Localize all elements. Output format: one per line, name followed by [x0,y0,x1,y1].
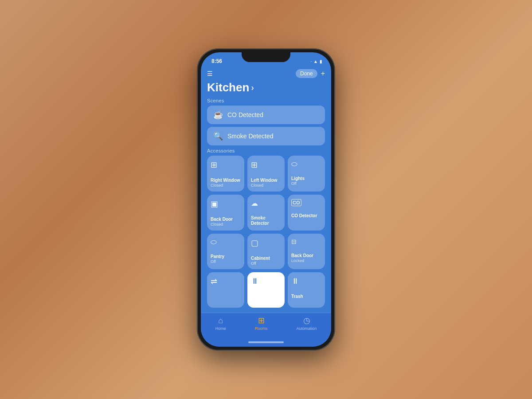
acc-status: Off [211,259,216,264]
lock-icon: ⊟ [291,238,297,245]
smoke-icon: ☁ [251,199,258,207]
cabinet-icon: ▢ [251,238,258,248]
tile-smoke-detector[interactable]: ☁ Smoke Detector [247,195,285,231]
scenes-label: Scenes [207,98,325,103]
header-right: Done + [296,69,325,78]
menu-icon[interactable]: ☰ [207,70,213,77]
room-name: Kitchen [207,81,249,94]
automation-icon: ◷ [303,316,310,325]
swap-icon: ⇌ [211,277,217,286]
rooms-label: Rooms [255,326,268,331]
home-icon: ⌂ [218,316,223,325]
chevron-right-icon: › [251,82,254,93]
notch [242,52,290,62]
home-indicator [201,338,331,347]
acc-name: Right Window [211,178,240,183]
co-icon: CO [291,199,301,206]
tile-back-door-locked[interactable]: ⊟ Back Door Locked [288,234,325,270]
nav-home[interactable]: ⌂ Home [215,316,226,331]
co-detected-icon: ☕ [213,110,223,120]
home-bar [248,341,284,343]
tile-item11[interactable]: ⏸ [247,272,285,308]
tile-item10[interactable]: ⇌ [207,272,244,308]
acc-status: Off [251,261,256,266]
header-left: ☰ [207,70,213,77]
wifi-icon: ▲ [313,59,318,64]
battery-icon: ▮ [320,59,322,64]
left-window-icon: ⊞ [251,160,258,170]
acc-name: CO Detector [291,213,317,219]
lights-icon: ⬭ [291,160,297,168]
header-row: ☰ Done + [207,66,325,79]
status-time: 8:56 [210,58,222,64]
acc-status: Locked [291,258,304,263]
nav-rooms[interactable]: ⊞ Rooms [255,316,268,331]
tile-right-window[interactable]: ⊞ Right Window Closed [207,156,244,192]
home-label: Home [215,326,226,331]
acc-name: Cabinent [251,256,270,261]
tile-pantry[interactable]: ⬭ Pantry Off [207,234,244,270]
smoke-detected-label: Smoke Detected [227,133,274,140]
acc-name: Lights [291,176,305,181]
page-title: Kitchen › [207,79,325,95]
accessories-label: Accessories [207,148,325,153]
acc-name: Left Window [251,178,277,183]
acc-status: Closed [211,183,223,188]
pantry-icon: ⬭ [211,238,217,246]
acc-status: Closed [211,222,223,227]
scene-smoke-detected[interactable]: 🔍 Smoke Detected [207,127,325,145]
acc-name: Back Door [291,253,313,258]
bottom-nav: ⌂ Home ⊞ Rooms ◷ Automation [201,313,331,338]
status-icons: · ▲ ▮ [310,59,322,64]
automation-label: Automation [297,326,317,331]
tile-back-door[interactable]: ▣ Back Door Closed [207,195,244,231]
tile-co-detector[interactable]: CO CO Detector [288,195,325,231]
rooms-icon: ⊞ [258,316,265,325]
accessories-grid: ⊞ Right Window Closed ⊞ Left Window Clos… [207,156,325,308]
nav-automation[interactable]: ◷ Automation [297,316,317,331]
acc-name: Trash [291,294,303,299]
content-area[interactable]: ☰ Done + Kitchen › Scenes ☕ CO Detected … [201,66,331,313]
trash-icon: ⏸ [291,277,299,286]
tile-lights[interactable]: ⬭ Lights Off [288,156,325,192]
acc-name: Smoke Detector [251,215,281,226]
acc-status: Off [291,181,297,186]
acc-status: Closed [251,183,263,188]
signal-icon: · [310,59,312,64]
window-icon: ⊞ [211,160,217,170]
done-button[interactable]: Done [296,69,317,78]
phone-screen: 8:56 · ▲ ▮ ☰ Done + Kitchen [201,52,331,347]
add-button[interactable]: + [321,70,325,78]
tile-trash[interactable]: ⏸ Trash [288,272,325,308]
pause-icon: ⏸ [251,277,259,286]
co-detected-label: CO Detected [227,111,263,118]
smoke-detected-icon: 🔍 [213,131,223,141]
acc-name: Pantry [211,254,224,259]
tile-cabinet[interactable]: ▢ Cabinent Off [247,234,285,270]
acc-name: Back Door [211,217,233,222]
phone-outer: 8:56 · ▲ ▮ ☰ Done + Kitchen [197,49,335,350]
door-icon: ▣ [211,199,218,209]
scene-co-detected[interactable]: ☕ CO Detected [207,106,325,124]
tile-left-window[interactable]: ⊞ Left Window Closed [247,156,285,192]
